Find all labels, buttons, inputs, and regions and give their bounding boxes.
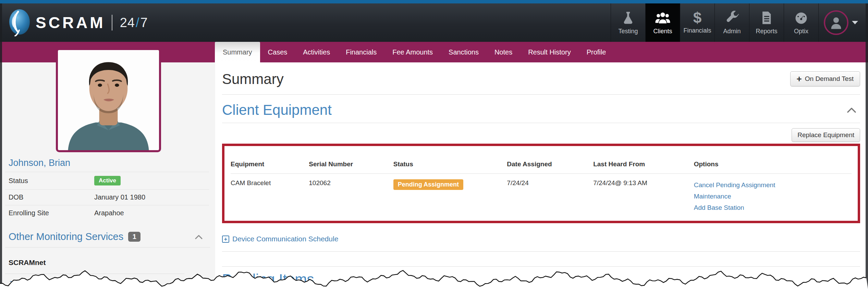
tab-profile[interactable]: Profile [579,42,614,62]
col-header: Options [694,160,852,168]
client-portrait-image [58,50,159,150]
annotation-highlight-box: Equipment Serial Number Status Date Assi… [222,144,860,223]
last-heard-cell: 7/24/24@ 9:13 AM [593,179,694,187]
plus-icon: + [797,76,802,82]
col-header: Date Assigned [507,160,593,168]
nav-item-financials[interactable]: $ Financials [680,3,714,42]
client-sidebar: Johnson, Brian Status Active DOB January… [0,62,215,289]
add-base-station-link[interactable]: Add Base Station [694,202,852,213]
window-right-border [866,3,868,289]
tab-notes[interactable]: Notes [487,42,520,62]
divider [222,94,860,95]
nav-item-testing[interactable]: Testing [611,3,645,42]
page-title: Summary [222,71,284,87]
col-header: Serial Number [309,160,393,168]
detail-row-status: Status Active [5,172,209,189]
col-header: Status [393,160,507,168]
maintenance-link[interactable]: Maintenance [694,191,852,202]
detail-row-enrolling-site: Enrolling Site Arapahoe [5,205,209,221]
tab-fee-amounts[interactable]: Fee Amounts [384,42,441,62]
nav-item-admin[interactable]: Admin [714,3,749,42]
replace-equipment-button[interactable]: Replace Equipment [792,128,860,142]
device-communication-schedule-link[interactable]: + Device Communication Schedule [222,235,860,243]
client-photo [56,48,161,152]
detail-value: January 01 1980 [94,193,145,201]
date-assigned-cell: 7/24/24 [507,179,593,187]
logo-divider [112,15,112,31]
gauge-icon [794,10,809,25]
chevron-up-icon[interactable] [195,234,203,239]
chevron-down-icon [852,21,858,24]
avatar [824,10,848,35]
wrench-icon [724,10,739,25]
other-monitoring-title[interactable]: Other Monitoring Services [9,231,123,242]
options-cell: Cancel Pending Assignment Maintenance Ad… [694,179,852,213]
top-accent-strip [0,0,868,3]
tab-cases[interactable]: Cases [260,42,295,62]
divider [222,251,860,252]
detail-row-dob: DOB January 01 1980 [5,189,209,205]
window-left-border [0,3,2,289]
content-area: Johnson, Brian Status Active DOB January… [0,62,868,289]
collapse-chevron-up-icon[interactable] [847,107,856,113]
tab-financials[interactable]: Financials [338,42,384,62]
tab-summary[interactable]: Summary [215,42,260,62]
summary-panel: Summary + On Demand Test Client Equipmen… [215,62,868,289]
pending-assignment-badge: Pending Assignment [393,179,463,190]
equipment-table-row: CAM Bracelet 102062 Pending Assignment 7… [231,174,852,213]
scram-app-window: SCRAM 24/7 Testing Clients $ [0,0,868,289]
equipment-table-header: Equipment Serial Number Status Date Assi… [231,160,852,174]
tab-sanctions[interactable]: Sanctions [441,42,487,62]
torn-edge-decoration [0,269,868,289]
status-badge: Active [94,176,121,185]
nav-item-clients[interactable]: Clients [645,3,680,42]
primary-navigation: Testing Clients $ Financials Admin [611,3,863,42]
count-badge: 1 [128,232,140,242]
flask-icon [621,10,636,25]
top-navbar: SCRAM 24/7 Testing Clients $ [0,3,868,42]
detail-label: DOB [9,193,94,201]
divider [5,247,210,248]
col-header: Equipment [231,160,309,168]
people-icon [655,10,671,25]
client-details: Status Active DOB January 01 1980 Enroll… [0,172,215,221]
person-icon [828,15,844,31]
divider [222,266,860,267]
serial-cell: 102062 [309,179,393,187]
brand-name: SCRAM [36,15,106,31]
nav-item-optix[interactable]: Optix [784,3,818,42]
detail-value: Arapahoe [94,209,124,217]
scram-logo: SCRAM 24/7 [9,3,148,42]
col-header: Last Heard From [593,160,694,168]
status-cell: Pending Assignment [393,179,507,190]
nav-item-reports[interactable]: Reports [749,3,784,42]
report-icon [759,10,774,25]
expand-plus-icon: + [222,236,229,243]
tab-activities[interactable]: Activities [295,42,338,62]
equipment-cell: CAM Bracelet [231,179,309,187]
dollar-icon: $ [693,11,701,25]
client-equipment-title[interactable]: Client Equipment [222,102,332,118]
user-account-menu[interactable] [818,3,863,42]
detail-label: Status [9,177,94,185]
tab-result-history[interactable]: Result History [520,42,578,62]
on-demand-test-button[interactable]: + On Demand Test [790,71,860,86]
scram-logo-icon [9,9,30,36]
client-name-link[interactable]: Johnson, Brian [9,158,215,168]
divider [222,123,860,123]
cancel-pending-assignment-link[interactable]: Cancel Pending Assignment [694,179,852,191]
detail-label: Enrolling Site [9,209,94,217]
scramnet-service-name: SCRAMnet [9,258,215,267]
brand-247: 24/7 [120,16,148,29]
other-monitoring-header: Other Monitoring Services 1 [9,231,207,242]
